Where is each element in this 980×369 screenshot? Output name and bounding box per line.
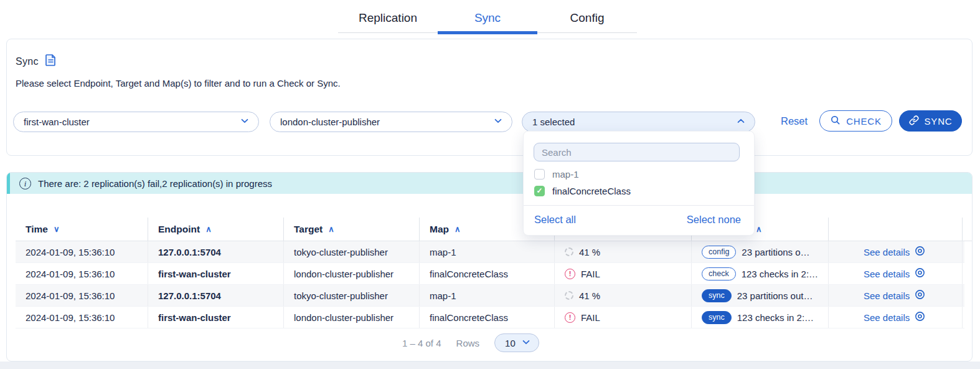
eye-icon bbox=[915, 246, 925, 258]
table-row: 2024-01-09, 15:36:10 127.0.0.1:5704 toky… bbox=[16, 285, 964, 307]
tab-replication[interactable]: Replication bbox=[338, 5, 438, 32]
search-icon bbox=[830, 115, 841, 127]
column-header-filler bbox=[963, 218, 973, 241]
sync-button-label: SYNC bbox=[925, 116, 953, 127]
status-badge: check bbox=[702, 267, 736, 280]
endpoint-select-value: first-wan-cluster bbox=[24, 117, 90, 127]
map-select[interactable]: 1 selected bbox=[522, 112, 755, 132]
document-icon[interactable] bbox=[45, 54, 56, 69]
map-dropdown-footer: Select all Select none bbox=[524, 205, 754, 226]
chevron-down-icon bbox=[493, 116, 503, 128]
tab-bar: Replication Sync Config bbox=[338, 5, 637, 33]
endpoint-select[interactable]: first-wan-cluster bbox=[13, 112, 259, 132]
column-header-time[interactable]: Time ∨ bbox=[16, 218, 148, 241]
status-badge: sync bbox=[702, 289, 732, 302]
cell-details: See details bbox=[829, 263, 963, 284]
see-details-link[interactable]: See details bbox=[864, 311, 925, 323]
eye-icon bbox=[915, 311, 925, 323]
target-select[interactable]: london-cluster-publisher bbox=[270, 112, 512, 132]
column-header-target[interactable]: Target ∧ bbox=[284, 218, 420, 241]
check-button[interactable]: CHECK bbox=[819, 110, 892, 132]
table-row: 2024-01-09, 15:36:10 first-wan-cluster l… bbox=[16, 307, 964, 328]
cell-status: FAIL bbox=[555, 307, 692, 328]
target-select-value: london-cluster-publisher bbox=[280, 117, 380, 127]
cell-message: sync 123 checks in 2:… bbox=[692, 307, 829, 328]
column-header-details[interactable] bbox=[829, 218, 963, 241]
cell-target: london-cluster-publisher bbox=[284, 263, 420, 284]
info-banner: There are: 2 replication(s) fail,2 repli… bbox=[7, 173, 972, 194]
checkbox-checked-icon[interactable] bbox=[534, 186, 545, 196]
sync-results-card: There are: 2 replication(s) fail,2 repli… bbox=[6, 172, 973, 362]
chevron-up-icon bbox=[736, 116, 746, 128]
cell-message: config 23 partitions o… bbox=[692, 241, 829, 262]
cell-endpoint: 127.0.0.1:5704 bbox=[148, 285, 284, 306]
page-title-label: Sync bbox=[16, 56, 39, 67]
chevron-down-icon bbox=[521, 337, 531, 349]
cell-time: 2024-01-09, 15:36:10 bbox=[16, 307, 148, 328]
pagination-range: 1 – 4 of 4 bbox=[402, 338, 441, 348]
pagination: 1 – 4 of 4 Rows 10 bbox=[402, 333, 539, 352]
table-body: 2024-01-09, 15:36:10 127.0.0.1:5704 toky… bbox=[7, 241, 964, 328]
sort-asc-icon[interactable]: ∧ bbox=[205, 224, 212, 234]
sort-asc-icon[interactable]: ∧ bbox=[455, 224, 461, 234]
link-icon bbox=[909, 115, 919, 127]
eye-icon bbox=[915, 267, 925, 280]
select-none-button[interactable]: Select none bbox=[687, 214, 741, 226]
filter-description: Please select Endpoint, Target and Map(s… bbox=[16, 78, 341, 89]
sort-asc-icon[interactable]: ∧ bbox=[756, 224, 762, 234]
info-banner-text: There are: 2 replication(s) fail,2 repli… bbox=[38, 178, 272, 189]
cell-time: 2024-01-09, 15:36:10 bbox=[16, 241, 148, 262]
cell-target: tokyo-cluster-publisher bbox=[284, 285, 420, 306]
cell-details: See details bbox=[829, 241, 963, 262]
rows-per-page-label: Rows bbox=[456, 338, 480, 348]
cell-endpoint: first-wan-cluster bbox=[148, 263, 284, 284]
map-dropdown-panel: map-1 finalConcreteClass Select all Sele… bbox=[523, 131, 755, 236]
map-option-map-1[interactable]: map-1 bbox=[534, 166, 579, 182]
cell-map: map-1 bbox=[420, 285, 555, 306]
cell-map: finalConcreteClass bbox=[420, 307, 555, 328]
map-option-finalconcreteclass[interactable]: finalConcreteClass bbox=[534, 183, 631, 199]
page-title: Sync bbox=[16, 54, 56, 69]
sort-asc-icon[interactable]: ∧ bbox=[328, 224, 334, 234]
page-background-strip bbox=[0, 362, 980, 369]
cell-target: london-cluster-publisher bbox=[284, 307, 420, 328]
status-badge: config bbox=[702, 246, 736, 259]
eye-icon bbox=[915, 289, 925, 302]
spinner-icon bbox=[565, 247, 573, 256]
map-option-label: map-1 bbox=[552, 169, 579, 180]
see-details-link[interactable]: See details bbox=[864, 246, 925, 258]
sort-desc-icon[interactable]: ∨ bbox=[54, 224, 60, 234]
rows-per-page-select[interactable]: 10 bbox=[494, 333, 539, 352]
tab-config[interactable]: Config bbox=[537, 5, 637, 32]
rows-per-page-value: 10 bbox=[505, 338, 516, 348]
map-option-label: finalConcreteClass bbox=[552, 186, 631, 196]
cell-message: sync 23 partitions out… bbox=[692, 285, 829, 306]
chevron-down-icon bbox=[240, 116, 250, 128]
fail-icon bbox=[565, 269, 575, 279]
cell-status: 41 % bbox=[555, 241, 692, 262]
checkbox-unchecked-icon[interactable] bbox=[534, 169, 545, 180]
cell-details: See details bbox=[829, 285, 963, 306]
reset-button[interactable]: Reset bbox=[781, 115, 808, 127]
cell-target: tokyo-cluster-publisher bbox=[284, 241, 420, 262]
see-details-link[interactable]: See details bbox=[864, 267, 925, 280]
column-header-endpoint[interactable]: Endpoint ∧ bbox=[148, 218, 284, 241]
check-button-label: CHECK bbox=[846, 116, 882, 127]
map-select-value: 1 selected bbox=[532, 117, 575, 127]
status-badge: sync bbox=[702, 311, 732, 324]
table-row: 2024-01-09, 15:36:10 first-wan-cluster l… bbox=[16, 263, 964, 285]
cell-status: FAIL bbox=[555, 263, 692, 284]
cell-status: 41 % bbox=[555, 285, 692, 306]
map-search-input[interactable] bbox=[534, 143, 740, 161]
sync-button[interactable]: SYNC bbox=[899, 110, 962, 132]
tab-sync[interactable]: Sync bbox=[438, 5, 537, 32]
sync-filter-card: Sync Please select Endpoint, Target and … bbox=[6, 39, 973, 156]
cell-map: map-1 bbox=[420, 241, 555, 262]
spinner-icon bbox=[565, 291, 573, 300]
table-header-row: Time ∨ Endpoint ∧ Target ∧ Map ∧ ∧ bbox=[16, 218, 973, 241]
cell-map: finalConcreteClass bbox=[420, 263, 555, 284]
cell-message: check 123 checks in 2:… bbox=[692, 263, 829, 284]
cell-endpoint: 127.0.0.1:5704 bbox=[148, 241, 284, 262]
select-all-button[interactable]: Select all bbox=[534, 214, 576, 226]
see-details-link[interactable]: See details bbox=[864, 289, 925, 302]
